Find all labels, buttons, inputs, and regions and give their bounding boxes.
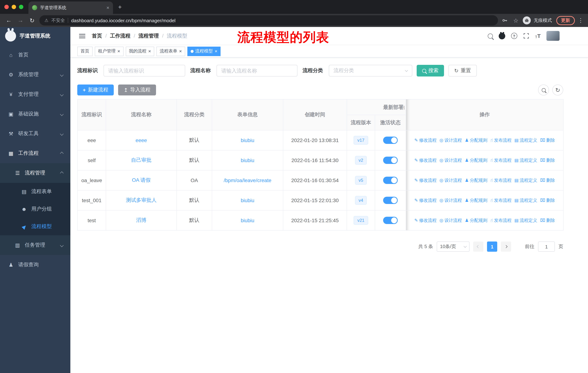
key-icon[interactable]: [501, 16, 509, 24]
github-icon[interactable]: [499, 33, 505, 39]
form-link[interactable]: biubiu: [241, 217, 254, 223]
action-edit-link[interactable]: 修改流程: [414, 177, 437, 184]
search-icon[interactable]: [488, 33, 493, 39]
active-toggle[interactable]: [383, 217, 398, 224]
sidebar-item-system[interactable]: 系统管理: [0, 65, 70, 84]
action-edit-link[interactable]: 修改流程: [414, 157, 437, 163]
form-link[interactable]: biubiu: [241, 137, 254, 143]
process-name-link[interactable]: 滔博: [136, 217, 146, 223]
reload-button[interactable]: [28, 16, 36, 25]
active-toggle[interactable]: [383, 177, 398, 184]
minimize-window-button[interactable]: [12, 5, 16, 9]
close-icon[interactable]: [179, 49, 182, 53]
action-definition-link[interactable]: 流程定义: [514, 217, 537, 224]
breadcrumb-workflow[interactable]: 工作流程: [110, 33, 135, 39]
close-icon[interactable]: [215, 49, 217, 53]
font-size-icon[interactable]: [535, 33, 541, 39]
fullscreen-icon[interactable]: [523, 33, 529, 39]
sidebar-item-devtools[interactable]: 研发工具: [0, 124, 70, 143]
action-assign-link[interactable]: 分配规则: [465, 157, 487, 163]
help-icon[interactable]: [511, 33, 517, 39]
action-edit-link[interactable]: 修改流程: [414, 197, 437, 204]
sidebar-item-infrastructure[interactable]: 基础设施: [0, 104, 70, 124]
active-toggle[interactable]: [383, 137, 398, 144]
action-delete-link[interactable]: 删除: [540, 137, 555, 143]
action-assign-link[interactable]: 分配规则: [465, 137, 487, 143]
tag-my-process[interactable]: 我的流程: [126, 46, 154, 56]
action-design-link[interactable]: 设计流程: [440, 217, 462, 224]
action-publish-link[interactable]: 发布流程: [490, 137, 512, 143]
active-toggle[interactable]: [383, 197, 398, 204]
tag-tenant-management[interactable]: 租户管理: [95, 46, 123, 56]
bookmark-star-icon[interactable]: [512, 16, 520, 24]
active-toggle[interactable]: [383, 157, 398, 164]
reset-button[interactable]: 重置: [448, 65, 477, 77]
sidebar-item-process-management[interactable]: 流程管理: [0, 163, 70, 183]
action-delete-link[interactable]: 删除: [540, 177, 555, 184]
sidebar-item-process-form[interactable]: 流程表单: [0, 183, 70, 200]
import-process-button[interactable]: 导入流程: [118, 84, 156, 95]
action-definition-link[interactable]: 流程定义: [514, 137, 537, 143]
tag-home[interactable]: 首页: [77, 46, 93, 56]
page-1-button[interactable]: 1: [487, 242, 497, 252]
page-size-select[interactable]: 10条/页: [437, 242, 470, 252]
sidebar-item-user-group[interactable]: 用户分组: [0, 200, 70, 218]
action-delete-link[interactable]: 删除: [540, 197, 555, 204]
action-publish-link[interactable]: 发布流程: [490, 197, 512, 204]
breadcrumb-process-management[interactable]: 流程管理: [138, 33, 164, 39]
next-page-button[interactable]: [501, 242, 511, 252]
form-link[interactable]: /bpm/oa/leave/create: [224, 177, 271, 183]
form-link[interactable]: biubiu: [241, 157, 254, 163]
action-assign-link[interactable]: 分配规则: [465, 177, 487, 184]
forward-button[interactable]: [16, 16, 25, 25]
close-icon[interactable]: [148, 49, 151, 53]
action-design-link[interactable]: 设计流程: [440, 177, 462, 184]
action-definition-link[interactable]: 流程定义: [514, 197, 537, 204]
sidebar-item-process-model[interactable]: 流程模型: [0, 218, 70, 235]
tab-close-icon[interactable]: [106, 5, 109, 10]
form-link[interactable]: biubiu: [241, 197, 254, 203]
sidebar-item-task-management[interactable]: 任务管理: [0, 235, 70, 255]
browser-tab[interactable]: 芋道管理系统: [28, 1, 113, 14]
address-bar[interactable]: 不安全 dashboard.yudao.iocoder.cn/bpm/manag…: [39, 15, 498, 26]
tag-process-form[interactable]: 流程表单: [156, 46, 185, 56]
action-design-link[interactable]: 设计流程: [440, 157, 462, 163]
create-process-button[interactable]: 新建流程: [77, 84, 114, 95]
update-button[interactable]: 更新: [556, 16, 575, 25]
sidebar-item-home[interactable]: 首页: [0, 45, 70, 65]
show-search-button[interactable]: [538, 84, 549, 95]
avatar[interactable]: [546, 31, 560, 41]
action-edit-link[interactable]: 修改流程: [414, 217, 437, 224]
action-definition-link[interactable]: 流程定义: [514, 157, 537, 163]
menu-dots-icon[interactable]: [578, 17, 584, 24]
action-assign-link[interactable]: 分配规则: [465, 197, 487, 204]
tag-process-model[interactable]: 流程模型: [187, 46, 221, 56]
search-button[interactable]: 搜索: [417, 65, 444, 77]
refresh-table-button[interactable]: [552, 84, 563, 95]
back-button[interactable]: [4, 16, 13, 25]
action-publish-link[interactable]: 发布流程: [490, 157, 512, 163]
collapse-sidebar-button[interactable]: [79, 34, 85, 38]
process-name-link[interactable]: 自己审批: [131, 157, 151, 163]
action-design-link[interactable]: 设计流程: [440, 197, 462, 204]
category-select[interactable]: 流程分类: [329, 65, 412, 77]
sidebar-item-payment[interactable]: 支付管理: [0, 84, 70, 104]
sidebar-item-workflow[interactable]: 工作流程: [0, 143, 70, 163]
action-design-link[interactable]: 设计流程: [440, 137, 462, 143]
zoom-window-button[interactable]: [19, 5, 23, 9]
close-window-button[interactable]: [4, 5, 9, 9]
process-name-link[interactable]: 测试多审批人: [126, 197, 157, 203]
process-id-input[interactable]: [104, 65, 185, 77]
action-publish-link[interactable]: 发布流程: [490, 217, 512, 224]
action-definition-link[interactable]: 流程定义: [514, 177, 537, 184]
new-tab-button[interactable]: [118, 4, 122, 11]
action-delete-link[interactable]: 删除: [540, 217, 555, 224]
prev-page-button[interactable]: [473, 242, 483, 252]
sidebar-item-leave-query[interactable]: 请假查询: [0, 255, 70, 275]
action-edit-link[interactable]: 修改流程: [414, 137, 437, 143]
goto-page-input[interactable]: [538, 242, 555, 252]
process-name-input[interactable]: [217, 65, 297, 77]
process-name-link[interactable]: OA 请假: [132, 177, 151, 183]
process-name-link[interactable]: eeee: [136, 137, 147, 143]
action-assign-link[interactable]: 分配规则: [465, 217, 487, 224]
